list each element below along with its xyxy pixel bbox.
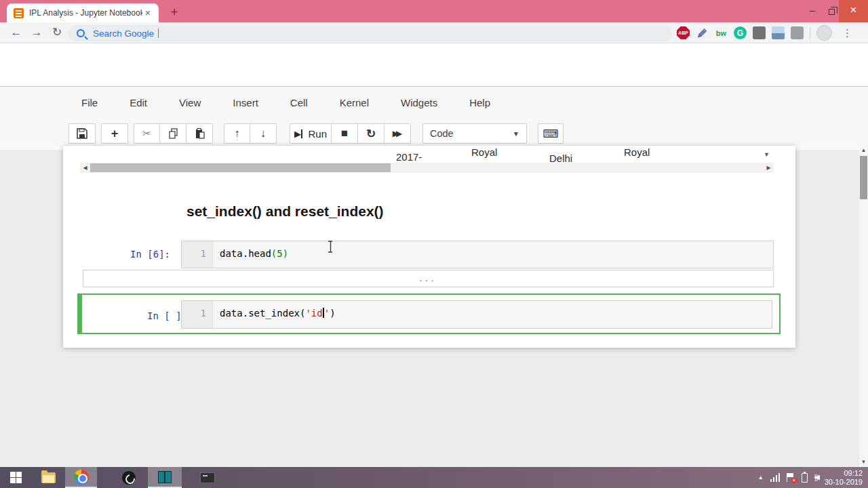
notebook-container: 2017- Royal Delhi Royal ▼ ◀ ▶ set_index(… bbox=[63, 146, 795, 348]
table-cell-fragment: 2017- bbox=[396, 151, 422, 163]
cut-cell-button[interactable]: ✂ bbox=[134, 123, 160, 144]
cell2-input-prompt: In [ ]: bbox=[92, 310, 187, 321]
taskbar-terminal[interactable] bbox=[191, 467, 224, 488]
search-icon bbox=[77, 29, 85, 37]
paste-cell-button[interactable] bbox=[186, 123, 213, 144]
menu-insert[interactable]: Insert bbox=[231, 94, 260, 111]
date: 30-10-2019 bbox=[825, 478, 863, 487]
move-cell-down-button[interactable]: ↓ bbox=[250, 123, 277, 144]
colorpicker-extension-icon[interactable]: 🖉 bbox=[696, 26, 709, 39]
menu-widgets[interactable]: Widgets bbox=[399, 94, 439, 111]
collapsed-output[interactable]: ... bbox=[83, 270, 774, 287]
extension-row: ABP 🖉 bw G ⋮ bbox=[677, 22, 856, 43]
menu-file[interactable]: File bbox=[80, 94, 99, 111]
screenshot-extension-icon[interactable] bbox=[772, 26, 785, 39]
menu-kernel[interactable]: Kernel bbox=[338, 94, 370, 111]
tray-expand-icon[interactable]: ▲ bbox=[758, 474, 764, 481]
interrupt-kernel-button[interactable]: ■ bbox=[332, 123, 358, 144]
new-tab-button[interactable]: + bbox=[165, 4, 183, 20]
adblock-extension-icon[interactable]: ABP bbox=[677, 26, 690, 39]
arrow-down-icon: ↓ bbox=[260, 127, 266, 140]
action-center-flag-icon[interactable] bbox=[787, 473, 795, 482]
restart-kernel-button[interactable]: ↻ bbox=[358, 123, 384, 144]
command-palette-button[interactable]: ⌨ bbox=[538, 123, 564, 144]
ellipsis: ... bbox=[83, 270, 773, 287]
menu-cell[interactable]: Cell bbox=[289, 94, 309, 111]
page-vertical-scrollbar[interactable]: ▲ ▼ bbox=[859, 146, 868, 467]
bw-extension-icon[interactable]: bw bbox=[715, 26, 728, 39]
chrome-icon bbox=[74, 470, 89, 485]
scroll-left-icon[interactable]: ◀ bbox=[80, 163, 90, 173]
add-cell-button[interactable]: + bbox=[101, 123, 128, 144]
table-scrollbar-caret-icon[interactable]: ▼ bbox=[764, 151, 770, 158]
extension-icon[interactable] bbox=[753, 26, 766, 39]
scroll-down-icon[interactable]: ▼ bbox=[859, 458, 868, 467]
forward-button[interactable]: → bbox=[27, 22, 46, 43]
scrollbar-thumb[interactable] bbox=[90, 163, 391, 172]
jupyter-favicon-icon bbox=[14, 8, 24, 18]
scrollbar-thumb[interactable] bbox=[860, 156, 867, 199]
volume-icon[interactable]: )) bbox=[814, 474, 818, 481]
cell1-code-editor[interactable]: 1 data.head(5) bbox=[181, 241, 774, 268]
start-button[interactable] bbox=[0, 467, 32, 488]
taskbar-file-explorer[interactable] bbox=[33, 467, 64, 488]
scissors-icon: ✂ bbox=[142, 127, 151, 140]
cell-type-dropdown[interactable]: Code ▼ bbox=[422, 123, 527, 144]
browser-menu-icon[interactable]: ⋮ bbox=[838, 27, 856, 39]
windows-logo-icon bbox=[10, 472, 22, 483]
active-cell[interactable]: In [ ]: 1 data.set_index('id') bbox=[77, 293, 781, 334]
cell2-code-line[interactable]: data.set_index('id') bbox=[213, 301, 336, 328]
folder-icon bbox=[41, 472, 56, 483]
save-icon bbox=[77, 128, 87, 139]
plus-icon: + bbox=[111, 127, 119, 141]
chevron-down-icon: ▼ bbox=[513, 130, 519, 138]
arrow-up-icon: ↑ bbox=[235, 127, 240, 140]
address-bar[interactable]: Search Google bbox=[68, 25, 672, 41]
divider bbox=[810, 27, 810, 39]
table-cell-fragment: Royal bbox=[471, 146, 497, 158]
taskbar-clock[interactable]: 09:12 30-10-2019 bbox=[825, 469, 863, 487]
network-signal-icon[interactable] bbox=[770, 474, 781, 482]
system-tray: ▲ )) 09:12 30-10-2019 bbox=[758, 467, 863, 488]
profile-avatar[interactable] bbox=[816, 25, 832, 41]
notebook-scroll-area[interactable]: 2017- Royal Delhi Royal ▼ ◀ ▶ set_index(… bbox=[0, 146, 868, 467]
tab-close-icon[interactable]: × bbox=[142, 7, 153, 18]
paste-icon bbox=[195, 128, 205, 139]
fast-forward-icon: ▶▶ bbox=[393, 129, 402, 138]
keyboard-icon: ⌨ bbox=[542, 127, 558, 140]
windows-taskbar: ▲ )) 09:12 30-10-2019 bbox=[0, 467, 868, 488]
mouse-ibeam-cursor bbox=[327, 241, 334, 253]
reload-button[interactable]: ↻ bbox=[47, 22, 66, 43]
window-close-button[interactable]: × bbox=[839, 0, 868, 22]
window-minimize-button[interactable]: – bbox=[802, 0, 823, 22]
taskbar-app-window[interactable] bbox=[148, 467, 182, 488]
taskbar-chrome[interactable] bbox=[65, 467, 97, 488]
terminal-icon bbox=[200, 472, 215, 483]
copy-cell-button[interactable] bbox=[160, 123, 186, 144]
taskbar-obs[interactable] bbox=[113, 467, 145, 488]
extension-icon[interactable] bbox=[791, 26, 804, 39]
browser-tab[interactable]: IPL Analysis - Jupyter Notebook × bbox=[7, 3, 159, 22]
browser-toolbar: ← → ↻ Search Google ABP 🖉 bw G ⋮ bbox=[0, 22, 868, 43]
restore-icon bbox=[829, 9, 835, 15]
menu-help[interactable]: Help bbox=[468, 94, 492, 111]
battery-icon[interactable] bbox=[802, 473, 808, 483]
line-number: 1 bbox=[182, 301, 213, 328]
move-cell-up-button[interactable]: ↑ bbox=[224, 123, 250, 144]
cell2-code-editor[interactable]: 1 data.set_index('id') bbox=[181, 300, 772, 329]
run-group: ▶ Run ■ ↻ ▶▶ bbox=[290, 123, 411, 144]
move-group: ↑ ↓ bbox=[224, 123, 277, 144]
scroll-up-icon[interactable]: ▲ bbox=[859, 146, 868, 155]
save-button[interactable] bbox=[68, 123, 96, 144]
back-button[interactable]: ← bbox=[7, 22, 26, 43]
cell1-code-line[interactable]: data.head(5) bbox=[213, 241, 288, 268]
menu-edit[interactable]: Edit bbox=[128, 94, 149, 111]
table-horizontal-scrollbar[interactable]: ◀ ▶ bbox=[80, 163, 774, 173]
run-button[interactable]: ▶ Run bbox=[290, 123, 332, 144]
menu-view[interactable]: View bbox=[178, 94, 202, 111]
restart-run-all-button[interactable]: ▶▶ bbox=[384, 123, 411, 144]
grammarly-extension-icon[interactable]: G bbox=[734, 26, 747, 39]
scroll-right-icon[interactable]: ▶ bbox=[764, 163, 774, 173]
markdown-heading[interactable]: set_index() and reset_index() bbox=[186, 203, 384, 220]
table-cell-fragment: Royal bbox=[624, 146, 650, 158]
